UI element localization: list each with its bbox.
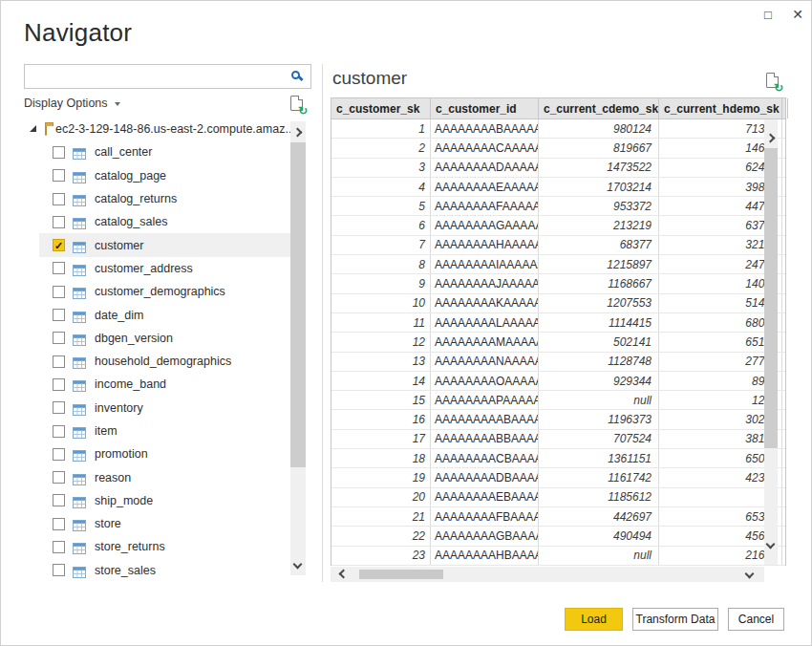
table-cell: AAAAAAAAFBAAAAAA	[431, 507, 539, 526]
sidebar-item-catalog_returns[interactable]: catalog_returns	[39, 187, 290, 210]
scroll-left-icon[interactable]	[339, 570, 349, 579]
sidebar-item-customer[interactable]: ✓customer	[39, 233, 290, 256]
sidebar-item-catalog_sales[interactable]: catalog_sales	[39, 210, 290, 233]
table-icon	[73, 402, 86, 414]
page-title: Navigator	[24, 18, 132, 48]
checkbox-unchecked[interactable]	[53, 378, 65, 391]
transform-data-button[interactable]: Transform Data	[632, 608, 718, 631]
table-icon	[73, 193, 86, 205]
sidebar-item-date_dim[interactable]: date_dim	[39, 303, 290, 326]
checkbox-unchecked[interactable]	[53, 216, 65, 228]
table-row: 19AAAAAAAADBAAAAAA11617424238	[331, 468, 785, 487]
sidebar-item-customer_address[interactable]: customer_address	[39, 257, 290, 280]
table-cell: 1168667	[539, 274, 659, 292]
table-row: 14AAAAAAAAOAAAAAAA929344892	[331, 372, 785, 391]
preview-scrollbar-vertical[interactable]	[764, 119, 778, 565]
expand-triangle-icon[interactable]	[30, 125, 36, 132]
table-cell: 17	[331, 430, 431, 448]
scroll-up-icon[interactable]	[293, 128, 303, 138]
sidebar-item-store_sales[interactable]: store_sales	[39, 559, 290, 582]
scroll-up-icon[interactable]	[766, 134, 776, 143]
table-icon	[73, 286, 86, 297]
sidebar-item-customer_demographics[interactable]: customer_demographics	[39, 280, 290, 303]
sidebar-item-income_band[interactable]: income_band	[39, 373, 290, 396]
maximize-icon[interactable]: □	[759, 5, 778, 24]
preview-vscroll-thumb[interactable]	[764, 148, 778, 448]
table-cell: AAAAAAAALAAAAAAA	[431, 313, 539, 332]
sidebar-item-label: catalog_page	[95, 169, 166, 183]
search-input[interactable]	[29, 66, 287, 87]
table-cell: AAAAAAAACBAAAAAA	[431, 449, 539, 467]
search-icon[interactable]	[291, 71, 300, 79]
checkbox-unchecked[interactable]	[53, 541, 65, 553]
display-options-dropdown[interactable]: Display Options	[24, 97, 120, 110]
table-cell: AAAAAAAADBAAAAAA	[431, 468, 539, 486]
sidebar-item-label: promotion	[95, 447, 148, 461]
sidebar-scrollbar-thumb[interactable]	[290, 142, 306, 467]
cancel-button[interactable]: Cancel	[728, 608, 784, 631]
table-cell: 929344	[539, 372, 659, 390]
checkbox-checked[interactable]: ✓	[53, 239, 65, 251]
table-icon	[73, 378, 86, 390]
table-row: 3AAAAAAAADAAAAAAA14735226247	[331, 159, 785, 178]
table-cell: 6	[331, 216, 431, 234]
scroll-down-icon[interactable]	[766, 540, 776, 549]
sidebar-item-label: catalog_returns	[95, 192, 177, 205]
checkbox-unchecked[interactable]	[53, 146, 65, 159]
refresh-preview-icon[interactable]: ↻	[766, 73, 779, 88]
checkbox-unchecked[interactable]	[53, 425, 65, 438]
checkbox-unchecked[interactable]	[53, 564, 65, 576]
sidebar-item-store[interactable]: store	[39, 512, 290, 535]
table-cell: 18	[331, 449, 431, 467]
sidebar-item-call_center[interactable]: call_center	[39, 140, 290, 163]
table-cell: AAAAAAAAJAAAAAAA	[431, 274, 539, 292]
checkbox-unchecked[interactable]	[53, 193, 65, 205]
search-box	[24, 64, 311, 89]
table-icon	[73, 472, 86, 484]
table-cell: 8	[331, 255, 431, 273]
sidebar-item-inventory[interactable]: inventory	[39, 397, 290, 420]
sidebar-item-item[interactable]: item	[39, 420, 290, 442]
checkbox-unchecked[interactable]	[53, 309, 65, 321]
checkbox-unchecked[interactable]	[53, 448, 65, 461]
checkbox-unchecked[interactable]	[53, 262, 65, 274]
sidebar-item-label: customer	[95, 239, 143, 252]
sidebar-item-promotion[interactable]: promotion	[39, 442, 290, 465]
sidebar-item-dbgen_version[interactable]: dbgen_version	[39, 327, 290, 350]
checkbox-unchecked[interactable]	[53, 471, 65, 484]
table-row: 7AAAAAAAAHAAAAAAA683773219	[331, 236, 785, 255]
column-header-c_current_cdemo_sk: c_current_cdemo_sk	[539, 98, 659, 118]
column-header-c_customer_id: c_customer_id	[431, 98, 539, 118]
sidebar-item-ship_mode[interactable]: ship_mode	[39, 489, 290, 512]
load-button[interactable]: Load	[565, 608, 623, 631]
preview-hscroll-thumb[interactable]	[359, 570, 443, 579]
table-cell	[782, 178, 785, 196]
scroll-right-icon[interactable]	[745, 570, 755, 579]
sidebar-item-reason[interactable]: reason	[39, 465, 290, 488]
checkbox-unchecked[interactable]	[53, 332, 65, 344]
sidebar-item-label: store_returns	[95, 540, 165, 553]
checkbox-unchecked[interactable]	[53, 401, 65, 414]
scroll-down-icon[interactable]	[293, 560, 303, 570]
table-cell	[782, 333, 785, 351]
table-cell	[782, 527, 785, 545]
close-icon[interactable]: ✕	[788, 5, 807, 24]
table-cell: AAAAAAAAKAAAAAAA	[431, 294, 539, 312]
checkbox-unchecked[interactable]	[53, 494, 65, 506]
table-cell	[782, 547, 785, 565]
checkbox-unchecked[interactable]	[53, 169, 65, 182]
sidebar-scrollbar[interactable]	[290, 121, 306, 575]
sidebar-item-catalog_page[interactable]: catalog_page	[39, 164, 290, 187]
checkbox-unchecked[interactable]	[53, 355, 65, 368]
refresh-list-icon[interactable]: ↻	[290, 96, 303, 111]
tree-root-server[interactable]: ec2-3-129-148-86.us-east-2.compute.amaz.…	[24, 118, 290, 140]
sidebar-item-store_returns[interactable]: store_returns	[39, 535, 290, 558]
table-cell: AAAAAAAANAAAAAAA	[431, 353, 539, 371]
table-icon	[73, 541, 86, 552]
preview-scrollbar-horizontal[interactable]	[331, 567, 764, 582]
sidebar-item-household_demographics[interactable]: household_demographics	[39, 350, 290, 373]
table-cell	[782, 294, 785, 312]
checkbox-unchecked[interactable]	[53, 518, 65, 530]
checkbox-unchecked[interactable]	[53, 286, 65, 298]
table-cell: AAAAAAAAABAAAAAA	[431, 410, 539, 428]
